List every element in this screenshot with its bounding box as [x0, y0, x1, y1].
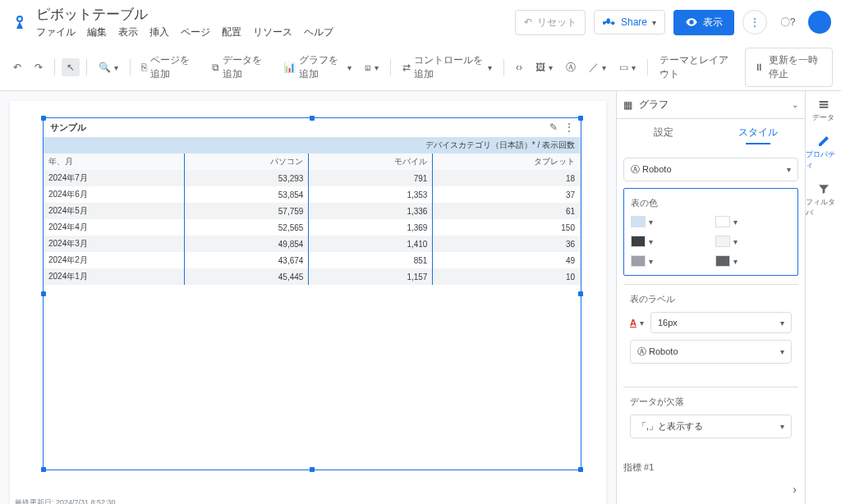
table-row: 2024年2月43,67485149	[44, 252, 581, 268]
text-button[interactable]: Ⓐ	[561, 57, 581, 78]
table-row: 2024年1月45,4451,15710	[44, 268, 581, 285]
doc-title[interactable]: ピボットテーブル	[36, 5, 508, 24]
menu-edit[interactable]: 編集	[87, 25, 107, 39]
side-title: グラフ	[639, 98, 785, 112]
rail-filters[interactable]: フィルタバ	[806, 182, 841, 218]
header-bg-color[interactable]: ▾	[631, 216, 707, 227]
chevron-down-icon[interactable]: ⌄	[792, 100, 798, 109]
edit-icon[interactable]: ✎	[549, 121, 558, 133]
label-color[interactable]: A▾	[630, 312, 644, 333]
svg-rect-3	[819, 107, 828, 108]
undo-button[interactable]: ↶	[8, 58, 26, 76]
pause-updates-button[interactable]: ⏸ 更新を一時停止	[745, 48, 833, 87]
shape-button[interactable]: ▭▾	[614, 58, 641, 76]
menu-insert[interactable]: 挿入	[149, 25, 169, 39]
cell-border-color[interactable]: ▾	[715, 216, 792, 227]
font-dropdown[interactable]: Ⓐ Roboto▾	[623, 158, 798, 181]
label-size-dropdown[interactable]: 16px▾	[650, 312, 792, 333]
selected-component[interactable]: ✎ ⋮ サンプル デバイスカテゴリ（日本語）* / 表示回数 年、月 パソコン …	[43, 117, 581, 470]
rail-data[interactable]: データ	[812, 98, 834, 123]
add-control-button[interactable]: ⇄ コントロールを追加▾	[398, 50, 497, 85]
label-font-dropdown[interactable]: Ⓐ Roboto▾	[630, 340, 792, 364]
help-button[interactable]: 〇?	[775, 10, 800, 34]
chart-type-icon[interactable]: ▦	[623, 99, 632, 111]
table-row: 2024年3月49,8541,41036	[44, 236, 581, 252]
avatar[interactable]	[808, 11, 831, 34]
table-row: 2024年4月52,5651,369150	[44, 219, 581, 236]
missing-data-dropdown[interactable]: 「,」と表示する▾	[630, 415, 792, 438]
menu-help[interactable]: ヘルプ	[304, 25, 333, 39]
menu-resource[interactable]: リソース	[253, 25, 292, 39]
theme-button[interactable]: テーマとレイアウト	[655, 50, 738, 85]
kebab-icon[interactable]: ⋮	[564, 121, 574, 133]
table-row: 2024年5月57,7591,33661	[44, 203, 581, 219]
menu-page[interactable]: ページ	[181, 25, 210, 39]
border-color[interactable]: ▾	[715, 255, 792, 267]
column-group-header: デバイスカテゴリ（日本語）* / 表示回数	[44, 137, 581, 153]
add-data-button[interactable]: ⧉ データを追加	[207, 50, 275, 85]
svg-rect-1	[819, 101, 828, 103]
menu-view[interactable]: 表示	[118, 25, 138, 39]
embed-button[interactable]: ‹›	[511, 58, 527, 76]
last-updated: 最終更新日: 2024/7/31 8:52:30	[15, 497, 116, 504]
zoom-button[interactable]: 🔍▾	[94, 58, 123, 76]
more-button[interactable]: ⋮	[742, 10, 767, 34]
even-row-color[interactable]: ▾	[715, 236, 792, 247]
table-row: 2024年7月53,29379118	[44, 170, 581, 186]
highlight-color[interactable]: ▾	[631, 255, 707, 267]
svg-rect-2	[819, 103, 828, 105]
rail-properties[interactable]: プロパティ	[806, 135, 841, 171]
add-page-button[interactable]: ⎘ ページを追加	[136, 50, 203, 85]
menu-file[interactable]: ファイル	[36, 25, 76, 39]
section-table-colors: 表の色	[631, 197, 791, 209]
reset-button[interactable]: ↶ リセット	[515, 10, 586, 35]
section-table-labels: 表のラベル	[630, 293, 792, 305]
pivot-table: デバイスカテゴリ（日本語）* / 表示回数 年、月 パソコン モバイル タブレッ…	[44, 137, 581, 285]
svg-point-0	[17, 16, 22, 21]
view-button[interactable]: 表示	[673, 10, 734, 35]
community-viz-button[interactable]: ⧆▾	[360, 58, 384, 76]
odd-row-color[interactable]: ▾	[631, 236, 707, 247]
collapse-panel-icon[interactable]: ›	[793, 483, 797, 496]
app-logo	[10, 12, 30, 32]
redo-button[interactable]: ↷	[30, 58, 48, 76]
section-metric-1: 指標 #1	[623, 461, 798, 474]
menu-bar: ファイル 編集 表示 挿入 ページ 配置 リソース ヘルプ	[36, 25, 508, 39]
section-missing-data: データが欠落	[630, 396, 792, 408]
add-chart-button[interactable]: 📊 グラフを追加▾	[278, 50, 356, 85]
select-tool[interactable]: ↖	[62, 58, 80, 76]
line-button[interactable]: ／▾	[584, 57, 611, 78]
tab-setup[interactable]: 設定	[617, 119, 711, 151]
tab-style[interactable]: スタイル	[711, 119, 806, 151]
table-title: サンプル	[44, 118, 581, 137]
table-row: 2024年6月53,8541,35337	[44, 186, 581, 203]
menu-arrange[interactable]: 配置	[222, 25, 241, 39]
share-button[interactable]: Share▾	[594, 10, 665, 34]
image-button[interactable]: 🖼▾	[531, 58, 558, 76]
